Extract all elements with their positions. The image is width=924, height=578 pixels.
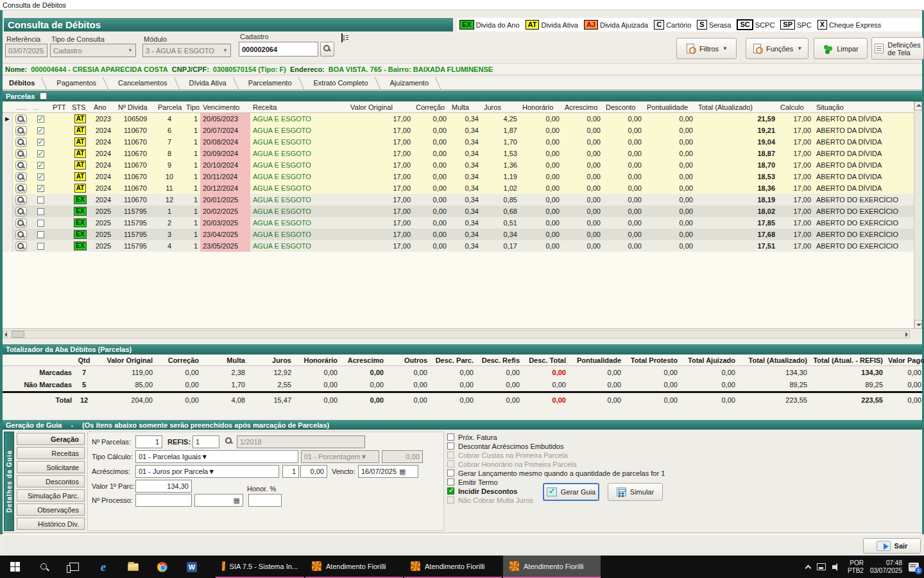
table-row[interactable]: EX202411067012120/01/2025AGUA E ESGOTO17… [3, 194, 922, 206]
acrescimos-qty-input[interactable]: 1 [282, 465, 299, 478]
row-checkbox[interactable] [37, 173, 44, 180]
chrome-button[interactable] [148, 556, 177, 578]
column-header[interactable]: Vencimento [200, 101, 250, 112]
column-header[interactable]: Tipo [184, 101, 200, 112]
simular-button[interactable]: Simular [608, 483, 663, 501]
network-icon[interactable] [817, 563, 826, 570]
column-header[interactable]: Valor Original [348, 101, 413, 112]
tab-cancelamentos[interactable]: Cancelamentos [112, 77, 182, 89]
sidebar-button-gera-o[interactable]: Geração [17, 433, 85, 445]
honor-input[interactable] [248, 494, 282, 507]
sidebar-button-simula-o-parc-[interactable]: Simulação Parc. [17, 489, 85, 502]
scroll-down-button[interactable] [914, 320, 922, 329]
row-magnifier-button[interactable] [15, 161, 27, 170]
table-row[interactable]: EX20251157952120/03/2025AGUA E ESGOTO17,… [3, 217, 922, 229]
column-header[interactable]: Pontualidade [644, 101, 696, 112]
calculator-icon[interactable]: ▦ [234, 497, 240, 504]
column-header[interactable]: Parcela [155, 101, 184, 112]
vencto-date-input[interactable]: 16/07/2025▦ [358, 465, 418, 478]
table-row[interactable]: AT202411067011120/12/2024AGUA E ESGOTO17… [3, 182, 922, 194]
row-checkbox[interactable] [37, 162, 44, 169]
modulo-select[interactable]: 3 - ÁGUA E ESGOTO▼ [142, 44, 231, 57]
detalhes-guia-strip[interactable]: Detalhes da Guia [4, 432, 14, 531]
sidebar-button-solicitante[interactable]: Solicitante [17, 461, 85, 473]
language-indicator[interactable]: PORPTB2 [848, 559, 864, 575]
table-row[interactable]: ▶AT20231065094120/05/2023AGUA E ESGOTO17… [3, 113, 922, 125]
task-view-button[interactable] [59, 556, 89, 578]
word-button[interactable]: W [177, 556, 207, 578]
column-header[interactable]: Multa [449, 101, 481, 112]
limpar-button[interactable]: Limpar [814, 38, 868, 59]
scroll-right-button[interactable] [905, 332, 908, 337]
cadastro-list-icon[interactable] [341, 33, 343, 42]
sair-button[interactable]: Sair [863, 538, 921, 554]
taskbar-app[interactable]: SIA 7.5 - Sistema In... [216, 556, 304, 578]
processo-aux-input[interactable]: ▦ [194, 494, 243, 507]
row-magnifier-button[interactable] [15, 114, 27, 124]
row-magnifier-button[interactable] [15, 137, 27, 147]
column-header[interactable]: Correção [413, 101, 449, 112]
option-checkbox[interactable] [447, 478, 454, 486]
table-row[interactable]: AT20241106707120/08/2024AGUA E ESGOTO17,… [3, 136, 922, 148]
option-checkbox[interactable] [447, 442, 454, 450]
processo-input[interactable] [135, 494, 192, 507]
scroll-left-button[interactable] [4, 332, 7, 337]
tab-d-bitos[interactable]: Débitos [3, 77, 50, 89]
row-magnifier-button[interactable] [15, 207, 27, 216]
column-header[interactable]: Calculo [778, 101, 814, 112]
option-checkbox[interactable] [447, 487, 454, 495]
file-explorer-button[interactable] [118, 556, 148, 578]
row-magnifier-button[interactable] [15, 126, 27, 136]
column-header[interactable]: STS [69, 101, 91, 112]
column-header[interactable]: Desconto [603, 101, 644, 112]
tab-d-vida-ativa[interactable]: Dívida Ativa [183, 77, 242, 89]
column-header[interactable]: Situação [814, 101, 922, 112]
speaker-icon[interactable] [832, 563, 841, 571]
parcelas-select-all-checkbox[interactable] [40, 92, 47, 100]
row-magnifier-button[interactable] [15, 230, 27, 240]
sidebar-button-hist-rico-div-[interactable]: Histórico Div. [17, 518, 85, 530]
taskbar-search-button[interactable] [30, 556, 59, 578]
tray-chevron-icon[interactable] [805, 565, 811, 571]
taskbar-app[interactable]: Atendimento Fiorilli [305, 556, 403, 578]
option-checkbox[interactable] [447, 469, 454, 477]
cadastro-input[interactable]: 000002064 [239, 42, 318, 57]
tipo-consulta-select[interactable]: Cadastro▼ [50, 44, 136, 57]
column-header[interactable] [3, 101, 13, 112]
table-row[interactable]: EX20251157954123/05/2025AGUA E ESGOTO17,… [3, 240, 922, 252]
column-header[interactable]: Juros [481, 101, 520, 112]
table-row[interactable]: AT20241106709120/10/2024AGUA E ESGOTO17,… [3, 159, 922, 171]
column-header[interactable]: Receita [250, 101, 348, 112]
vertical-scrollbar[interactable] [914, 101, 922, 329]
row-checkbox[interactable] [37, 139, 44, 146]
tab-extrato-completo[interactable]: Extrato Completo [307, 77, 384, 89]
taskbar-app[interactable]: Atendimento Fiorilli [503, 556, 601, 578]
row-checkbox[interactable] [37, 197, 44, 204]
notification-icon[interactable]: 1 [909, 563, 919, 572]
refis-input[interactable]: 1 [193, 435, 219, 448]
cadastro-search-button[interactable] [320, 42, 334, 57]
row-magnifier-button[interactable] [15, 218, 27, 228]
tab-pagamentos[interactable]: Pagamentos [50, 77, 112, 89]
row-checkbox[interactable] [37, 116, 44, 123]
column-header[interactable]: Total (Atualizado) [696, 101, 778, 112]
taskbar-app[interactable]: Atendimento Fiorilli [404, 556, 502, 578]
column-header[interactable]: Acrescimo [562, 101, 603, 112]
start-button[interactable] [0, 556, 30, 578]
column-header[interactable]: Nº Divida [116, 101, 155, 112]
scroll-up-button[interactable] [914, 101, 922, 110]
row-checkbox[interactable] [37, 231, 44, 238]
acrescimos-select[interactable]: 01 - Juros por Parcela▼ [135, 465, 279, 478]
row-checkbox[interactable] [37, 220, 44, 227]
column-header[interactable]: ... [31, 101, 50, 112]
row-magnifier-button[interactable] [15, 149, 27, 159]
option-checkbox[interactable] [447, 434, 454, 441]
tab-ajuizamento[interactable]: Ajuizamento [384, 77, 445, 89]
horizontal-scrollbar[interactable] [3, 330, 910, 338]
valor-parc-input[interactable]: 134,30 [135, 480, 192, 493]
column-header[interactable]: Honorário [520, 101, 562, 112]
row-checkbox[interactable] [37, 127, 44, 134]
funcoes-button[interactable]: Funções ▼ [746, 38, 809, 59]
column-header[interactable]: PTT [50, 101, 69, 112]
row-checkbox[interactable] [37, 243, 44, 250]
